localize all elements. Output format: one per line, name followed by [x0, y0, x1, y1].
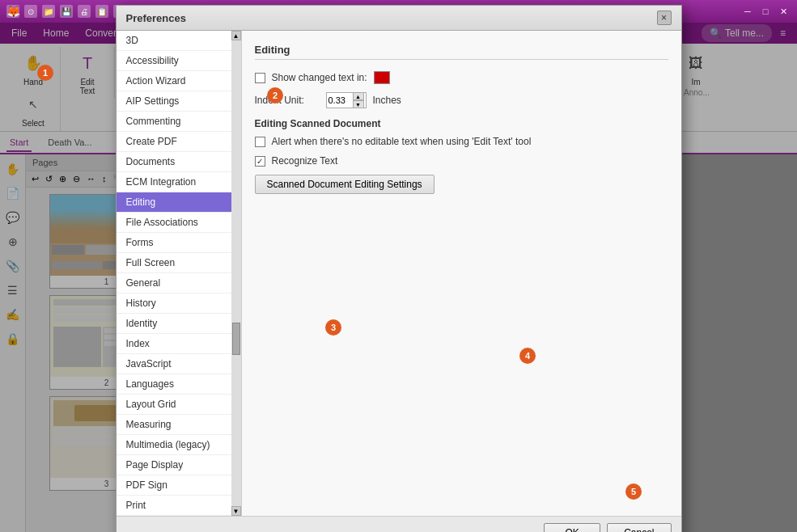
pref-list-container: 3D Accessibility Action Wizard AIP Setti… [117, 31, 241, 516]
badge-5: 5 [625, 483, 642, 500]
window-controls: ─ □ ✕ [740, 5, 791, 18]
pref-content-panel: Editing Show changed text in: Indent Uni… [242, 31, 681, 516]
pref-item-action-wizard[interactable]: Action Wizard [117, 71, 231, 91]
pref-list-panel: 3D Accessibility Action Wizard AIP Setti… [117, 31, 242, 516]
badge-4: 4 [519, 348, 536, 364]
recognize-checkbox[interactable] [255, 156, 265, 167]
close-icon[interactable]: ✕ [776, 5, 791, 18]
scanned-doc-title: Editing Scanned Document [255, 118, 668, 129]
pref-item-page-display[interactable]: Page Display [117, 455, 231, 475]
pref-item-editing[interactable]: Editing [117, 192, 231, 213]
indent-spin[interactable]: 0.33 ▲ ▼ [326, 92, 367, 108]
pref-item-index[interactable]: Index [117, 334, 231, 354]
alert-row: Alert when there's no editable text when… [255, 136, 668, 147]
pref-item-file-assoc[interactable]: File Associations [117, 213, 231, 233]
alert-checkbox[interactable] [255, 137, 265, 147]
spin-down[interactable]: ▼ [353, 100, 364, 108]
show-changed-row: Show changed text in: [255, 71, 668, 84]
pref-item-accessibility[interactable]: Accessibility [117, 51, 231, 71]
badge-2: 2 [267, 87, 283, 103]
spin-up[interactable]: ▲ [353, 92, 364, 100]
pref-section-title: Editing [255, 44, 668, 60]
badge-3: 3 [325, 319, 341, 336]
pref-item-3d[interactable]: 3D [117, 31, 231, 51]
dialog-close-button[interactable]: × [657, 11, 672, 25]
pref-item-commenting[interactable]: Commenting [117, 112, 231, 132]
scroll-up-arrow[interactable]: ▲ [231, 31, 241, 40]
indent-label: Indent Unit: [255, 95, 320, 106]
pref-item-multimedia[interactable]: Multimedia (legacy) [117, 435, 231, 455]
pref-item-languages[interactable]: Languages [117, 374, 231, 395]
indent-value[interactable]: 0.33 [329, 95, 353, 105]
indent-row: Indent Unit: 0.33 ▲ ▼ Inches [255, 92, 668, 108]
pref-list-scroll[interactable]: 3D Accessibility Action Wizard AIP Setti… [117, 31, 231, 516]
recognize-row: Recognize Text [255, 155, 668, 167]
pref-item-forms[interactable]: Forms [117, 233, 231, 253]
cancel-button[interactable]: Cancel [607, 523, 671, 532]
scroll-thumb[interactable] [232, 323, 240, 355]
ok-button[interactable]: OK [544, 523, 600, 532]
scan-settings-button[interactable]: Scanned Document Editing Settings [255, 175, 435, 194]
pref-item-history[interactable]: History [117, 293, 231, 314]
spin-arrows: ▲ ▼ [353, 92, 364, 108]
pref-item-pdf-sign[interactable]: PDF Sign [117, 475, 231, 496]
pref-scrollbar[interactable]: ▲ ▼ [231, 31, 241, 516]
save-as-icon[interactable]: 📋 [95, 5, 108, 18]
recognize-label: Recognize Text [272, 155, 338, 167]
folder-icon[interactable]: 📁 [42, 5, 55, 18]
maximize-icon[interactable]: □ [758, 5, 773, 18]
scroll-down-arrow[interactable]: ▼ [231, 506, 241, 516]
show-changed-label: Show changed text in: [272, 72, 367, 83]
badge-1: 1 [37, 65, 53, 81]
pref-item-documents[interactable]: Documents [117, 152, 231, 172]
scan-settings-row: Scanned Document Editing Settings [255, 175, 668, 194]
dialog-title-text: Preferences [126, 12, 186, 24]
pref-item-measuring[interactable]: Measuring [117, 415, 231, 435]
dialog-title-bar: Preferences × [117, 6, 681, 31]
alert-label: Alert when there's no editable text when… [272, 136, 532, 147]
pref-item-print[interactable]: Print [117, 496, 231, 516]
show-changed-checkbox[interactable] [255, 73, 265, 83]
print-icon[interactable]: 🖨 [78, 5, 91, 18]
pref-item-general[interactable]: General [117, 273, 231, 293]
pref-item-ecm[interactable]: ECM Integration [117, 172, 231, 192]
chrome-icon[interactable]: ⊙ [24, 5, 37, 18]
preferences-dialog: Preferences × 3D Accessibility Action Wi… [116, 5, 682, 532]
indent-units: Inches [373, 95, 401, 106]
pref-item-layout-grid[interactable]: Layout Grid [117, 395, 231, 415]
color-swatch[interactable] [374, 71, 390, 84]
pref-item-create-pdf[interactable]: Create PDF [117, 132, 231, 152]
dialog-overlay: Preferences × 3D Accessibility Action Wi… [0, 23, 797, 532]
pref-item-javascript[interactable]: JavaScript [117, 354, 231, 374]
app-logo-icon: 🦊 [6, 5, 19, 18]
pref-item-aip[interactable]: AIP Settings [117, 91, 231, 112]
dialog-footer: OK Cancel [117, 516, 681, 532]
floppy-icon[interactable]: 💾 [60, 5, 73, 18]
minimize-icon[interactable]: ─ [740, 5, 755, 18]
pref-item-full-screen[interactable]: Full Screen [117, 253, 231, 273]
pref-item-identity[interactable]: Identity [117, 314, 231, 334]
dialog-body: 3D Accessibility Action Wizard AIP Setti… [117, 31, 681, 516]
